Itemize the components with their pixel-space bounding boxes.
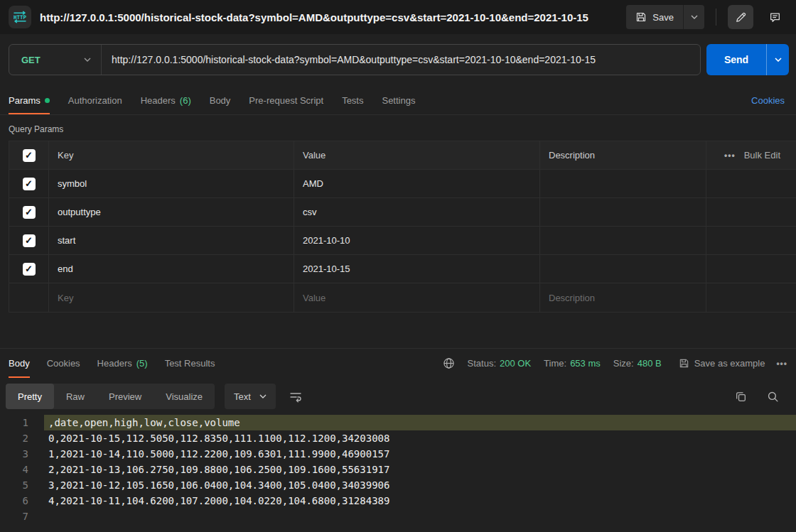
code-line: 3 1,2021-10-14,110.5000,112.2200,109.630… bbox=[0, 446, 796, 462]
param-value-cell[interactable]: 2021-10-15 bbox=[294, 255, 540, 283]
size-label: Size: bbox=[613, 358, 634, 369]
view-mode-pretty[interactable]: Pretty bbox=[6, 384, 54, 409]
code-text: 0,2021-10-15,112.5050,112.8350,111.1100,… bbox=[44, 430, 796, 446]
comment-icon bbox=[769, 11, 781, 23]
save-button[interactable]: Save bbox=[626, 5, 683, 29]
status-value: 200 OK bbox=[500, 358, 531, 369]
code-line: 7 bbox=[0, 509, 796, 524]
new-param-value-input[interactable]: Value bbox=[294, 283, 540, 312]
send-button-group: Send bbox=[706, 44, 789, 75]
tab-body[interactable]: Body bbox=[210, 87, 231, 114]
new-param-description-input[interactable]: Description bbox=[540, 283, 706, 312]
response-tab-body[interactable]: Body bbox=[9, 349, 30, 378]
tab-tests[interactable]: Tests bbox=[342, 87, 363, 114]
response-tab-headers[interactable]: Headers (5) bbox=[97, 349, 148, 378]
send-options-button[interactable] bbox=[766, 44, 789, 75]
http-protocol-icon: HTTP bbox=[9, 6, 31, 28]
view-mode-visualize[interactable]: Visualize bbox=[154, 384, 215, 409]
line-number[interactable]: 5 bbox=[0, 477, 34, 493]
select-all-checkbox[interactable]: ✓ bbox=[23, 149, 36, 162]
param-description-cell[interactable] bbox=[540, 170, 706, 197]
tab-label: Body bbox=[210, 95, 231, 106]
response-more-icon[interactable]: ••• bbox=[776, 359, 787, 369]
view-mode-raw[interactable]: Raw bbox=[54, 384, 97, 409]
tab-settings[interactable]: Settings bbox=[382, 87, 415, 114]
line-number[interactable]: 6 bbox=[0, 493, 34, 509]
send-button[interactable]: Send bbox=[706, 44, 766, 75]
save-as-example-button[interactable]: Save as example bbox=[679, 358, 765, 369]
param-value-cell[interactable]: 2021-10-10 bbox=[294, 227, 540, 254]
size-badge: Size: 480 B bbox=[613, 358, 662, 369]
status-badge: Status: 200 OK bbox=[468, 358, 532, 369]
new-param-key-input[interactable]: Key bbox=[49, 283, 294, 312]
param-description-cell[interactable] bbox=[540, 255, 706, 283]
search-button[interactable] bbox=[767, 391, 779, 403]
tab-headers[interactable]: Headers (6) bbox=[141, 87, 191, 114]
copy-button[interactable] bbox=[735, 391, 747, 403]
response-toolbar bbox=[735, 391, 787, 403]
row-checkbox[interactable]: ✓ bbox=[23, 178, 36, 190]
tab-pre-request-script[interactable]: Pre-request Script bbox=[249, 87, 323, 114]
floppy-icon bbox=[635, 11, 647, 23]
line-number[interactable]: 4 bbox=[0, 462, 34, 477]
param-key-cell[interactable]: start bbox=[49, 227, 294, 254]
method-select[interactable]: GET bbox=[9, 45, 102, 75]
new-param-row: Key Value Description bbox=[9, 283, 796, 312]
wrap-text-button[interactable] bbox=[289, 390, 303, 403]
request-title: http://127.0.0.1:5000/historical-stock-d… bbox=[40, 11, 618, 23]
table-row: ✓ start 2021-10-10 bbox=[9, 227, 796, 255]
row-checkbox[interactable]: ✓ bbox=[23, 206, 36, 219]
chevron-down-icon bbox=[691, 15, 698, 19]
row-checkbox[interactable]: ✓ bbox=[23, 263, 36, 276]
tab-label: Tests bbox=[342, 95, 363, 106]
pencil-icon bbox=[735, 11, 747, 23]
url-input[interactable]: http://127.0.0.1:5000/historical-stock-d… bbox=[102, 54, 700, 65]
param-value-cell[interactable]: csv bbox=[294, 198, 540, 226]
code-text bbox=[44, 509, 796, 524]
query-params-table: ✓ Key Value Description ••• Bulk Edit ✓ … bbox=[9, 141, 796, 313]
response-body-viewer[interactable]: 1 ,date,open,high,low,close,volume 2 0,2… bbox=[0, 409, 796, 524]
line-number[interactable]: 1 bbox=[0, 415, 34, 430]
search-icon bbox=[767, 391, 779, 403]
param-description-cell[interactable] bbox=[540, 227, 706, 254]
code-line: 2 0,2021-10-15,112.5050,112.8350,111.110… bbox=[0, 430, 796, 446]
column-header-value: Value bbox=[294, 141, 540, 169]
tab-authorization[interactable]: Authorization bbox=[68, 87, 122, 114]
save-options-button[interactable] bbox=[683, 5, 704, 29]
comments-button[interactable] bbox=[762, 5, 787, 29]
line-number[interactable]: 7 bbox=[0, 509, 34, 524]
response-headers-count-badge: (5) bbox=[136, 358, 148, 369]
chevron-down-icon bbox=[84, 58, 91, 62]
param-key-cell[interactable]: end bbox=[49, 255, 294, 283]
url-box: GET http://127.0.0.1:5000/historical-sto… bbox=[9, 44, 701, 75]
param-key-cell[interactable]: outputtype bbox=[49, 198, 294, 226]
edit-button[interactable] bbox=[728, 5, 753, 29]
save-as-example-label: Save as example bbox=[694, 358, 765, 369]
param-key-cell[interactable]: symbol bbox=[49, 170, 294, 197]
tab-label: Authorization bbox=[68, 95, 122, 106]
response-tab-cookies[interactable]: Cookies bbox=[47, 349, 80, 378]
svg-text:HTTP: HTTP bbox=[14, 14, 27, 21]
format-select[interactable]: Text bbox=[225, 384, 276, 409]
line-number[interactable]: 3 bbox=[0, 446, 34, 462]
request-tabs: Params Authorization Headers (6) Body Pr… bbox=[0, 87, 796, 115]
params-more-icon[interactable]: ••• bbox=[724, 151, 736, 161]
param-description-cell[interactable] bbox=[540, 198, 706, 226]
param-value-cell[interactable]: AMD bbox=[294, 170, 540, 197]
tab-label: Cookies bbox=[47, 358, 80, 369]
code-text: 2,2021-10-13,106.2750,109.8800,106.2500,… bbox=[44, 462, 796, 477]
bulk-edit-button[interactable]: Bulk Edit bbox=[744, 150, 780, 161]
tab-label: Pre-request Script bbox=[249, 95, 323, 106]
line-number[interactable]: 2 bbox=[0, 430, 34, 446]
view-mode-preview[interactable]: Preview bbox=[97, 384, 154, 409]
time-badge: Time: 653 ms bbox=[544, 358, 601, 369]
time-label: Time: bbox=[544, 358, 566, 369]
code-line: 1 ,date,open,high,low,close,volume bbox=[0, 415, 796, 430]
cookies-link[interactable]: Cookies bbox=[751, 95, 785, 106]
response-tab-test-results[interactable]: Test Results bbox=[165, 349, 215, 378]
tab-params[interactable]: Params bbox=[9, 87, 50, 114]
size-value: 480 B bbox=[638, 358, 662, 369]
row-checkbox[interactable]: ✓ bbox=[23, 234, 36, 247]
chevron-down-icon bbox=[775, 58, 782, 62]
response-meta: Status: 200 OK Time: 653 ms Size: 480 B … bbox=[443, 357, 787, 369]
